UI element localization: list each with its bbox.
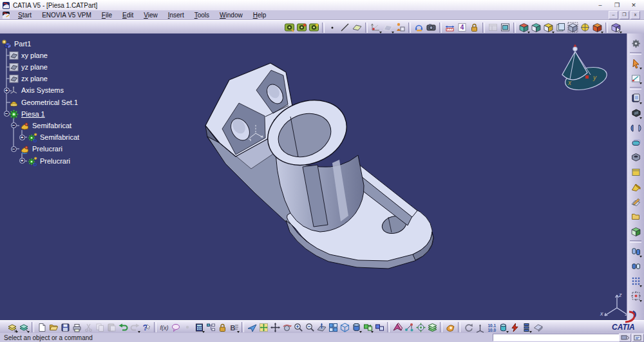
multi-view-button[interactable] bbox=[327, 321, 339, 333]
save-button[interactable] bbox=[59, 321, 71, 333]
normal-view-button[interactable] bbox=[316, 321, 327, 333]
mirror-button[interactable] bbox=[630, 260, 642, 272]
analysis-sphere-button[interactable] bbox=[415, 321, 426, 333]
window-layout-button[interactable] bbox=[487, 21, 499, 33]
tree-item-piesa-1[interactable]: Piesa 1 bbox=[8, 109, 45, 119]
analysis-wedge-button[interactable] bbox=[392, 321, 403, 333]
shaft-button[interactable] bbox=[630, 122, 642, 134]
wedge-button[interactable] bbox=[630, 181, 642, 193]
fly-mode-button[interactable] bbox=[246, 321, 258, 333]
view-mode-material-button[interactable] bbox=[554, 21, 567, 33]
line-button[interactable] bbox=[339, 21, 351, 33]
boolean-box-button[interactable] bbox=[630, 225, 642, 238]
work-on-support-button[interactable] bbox=[382, 21, 394, 33]
zoom-in-button[interactable] bbox=[292, 321, 304, 333]
tree-item-geometrical-set-1[interactable]: Geometrical Set.1 bbox=[8, 97, 78, 108]
view-mode-edges-button[interactable] bbox=[530, 21, 542, 33]
pad-button[interactable] bbox=[630, 92, 642, 104]
plane-button[interactable] bbox=[351, 21, 363, 33]
lock-button[interactable] bbox=[468, 21, 480, 33]
pocket-button[interactable] bbox=[630, 107, 642, 119]
whats-this-button[interactable]: ? bbox=[140, 321, 152, 333]
refresh-button[interactable] bbox=[462, 321, 474, 333]
tree-item-yz-plane[interactable]: yz plane bbox=[8, 62, 48, 72]
tree-expander-plus[interactable]: + bbox=[4, 88, 10, 93]
isometric-view-button[interactable] bbox=[339, 321, 350, 333]
mdi-close-button[interactable]: x bbox=[630, 11, 640, 19]
copy-button[interactable] bbox=[94, 321, 106, 333]
render-style-button[interactable] bbox=[350, 321, 362, 333]
pattern-button[interactable] bbox=[630, 275, 642, 287]
restore-button[interactable]: ❒ bbox=[613, 1, 621, 9]
menu-help[interactable]: Help bbox=[248, 12, 272, 19]
undo-button[interactable] bbox=[117, 321, 129, 333]
menu-insert[interactable]: Insert bbox=[163, 12, 189, 19]
command-input[interactable] bbox=[493, 334, 620, 341]
mdi-minimize-button[interactable]: – bbox=[609, 11, 618, 19]
tree-item-axis-systems[interactable]: Axis Systems bbox=[8, 85, 64, 95]
redo-button[interactable] bbox=[129, 321, 140, 333]
menu-view[interactable]: View bbox=[138, 12, 163, 19]
new-document-button[interactable] bbox=[36, 321, 48, 333]
dropdown-arrow-icon[interactable] bbox=[639, 82, 642, 84]
catalog-hand-button[interactable] bbox=[444, 321, 456, 333]
update-button[interactable] bbox=[630, 37, 642, 50]
menu-tools[interactable]: Tools bbox=[189, 12, 214, 19]
comment-button[interactable] bbox=[170, 321, 182, 333]
tree-item-prelucrari[interactable]: Prelucrari bbox=[19, 144, 62, 154]
annotation-button[interactable]: 4 bbox=[456, 21, 468, 33]
workbench-process-button[interactable] bbox=[296, 21, 308, 33]
select-button[interactable] bbox=[630, 57, 642, 70]
tree-item-prelucrari[interactable]: D✱Prelucrari bbox=[27, 156, 70, 166]
scaling-button[interactable] bbox=[630, 290, 642, 302]
zoom-out-button[interactable] bbox=[304, 321, 316, 333]
tree-item-part1[interactable]: Part1 bbox=[1, 39, 31, 49]
open-button[interactable] bbox=[48, 321, 59, 333]
tree-item-semifabricat[interactable]: Semifabricat bbox=[19, 120, 71, 131]
window-frame-button[interactable] bbox=[499, 21, 511, 33]
knowledge-dot-button[interactable] bbox=[182, 321, 193, 333]
formula-button[interactable]: f(x) bbox=[158, 321, 170, 333]
rotate-button[interactable] bbox=[281, 321, 292, 333]
tree-item-zx-plane[interactable]: zx plane bbox=[8, 73, 48, 84]
pan-button[interactable] bbox=[269, 321, 281, 333]
stack-tool-button[interactable] bbox=[520, 321, 532, 333]
close-button[interactable]: ✕ bbox=[630, 1, 638, 9]
menu-enovia-v5-vpm[interactable]: ENOVIA V5 VPM bbox=[37, 12, 97, 19]
dropdown-arrow-icon[interactable] bbox=[639, 117, 642, 119]
swap-visible-space-button[interactable] bbox=[374, 321, 385, 333]
sketcher-pad-button[interactable] bbox=[630, 72, 642, 84]
viewport-3d[interactable]: Part1xy planeyz planezx planeAxis System… bbox=[0, 33, 627, 320]
menu-window[interactable]: Window bbox=[214, 12, 248, 19]
tree-expander-plus[interactable]: + bbox=[19, 158, 25, 164]
lock-parameter-button[interactable] bbox=[216, 321, 228, 333]
tree-expander-plus[interactable]: + bbox=[19, 135, 25, 140]
tree-item-xy-plane[interactable]: xy plane bbox=[8, 50, 48, 61]
view-mode-shading-button[interactable] bbox=[518, 21, 530, 33]
point-button[interactable] bbox=[327, 21, 339, 33]
body-tool-button[interactable] bbox=[497, 321, 509, 333]
parameter-filter-button[interactable]: B bbox=[228, 321, 240, 333]
sketcher-button[interactable] bbox=[370, 21, 382, 33]
tree-expander-minus[interactable]: − bbox=[4, 111, 10, 117]
cut-button[interactable] bbox=[82, 321, 94, 333]
structure-tree-button[interactable] bbox=[205, 321, 216, 333]
view-compass[interactable]: x y bbox=[553, 40, 611, 94]
view-mode-custom-button[interactable] bbox=[591, 21, 603, 33]
instant-collaboration-button[interactable] bbox=[413, 21, 425, 33]
view-mode-wireframe-button[interactable] bbox=[567, 21, 579, 33]
dropdown-arrow-icon[interactable] bbox=[639, 102, 642, 104]
catalog-library-button[interactable] bbox=[18, 321, 30, 333]
assemble-button[interactable] bbox=[630, 211, 642, 223]
dropdown-arrow-icon[interactable] bbox=[639, 300, 642, 302]
dimension-values-button[interactable]: 10.110.0 bbox=[486, 321, 497, 333]
manikin-button[interactable] bbox=[394, 21, 406, 33]
print-button[interactable] bbox=[71, 321, 82, 333]
fit-all-in-button[interactable] bbox=[258, 321, 269, 333]
transformation-button[interactable] bbox=[630, 245, 642, 258]
slot-button[interactable] bbox=[630, 137, 642, 149]
workbench-resource-button[interactable] bbox=[308, 21, 320, 33]
hole-button[interactable] bbox=[630, 151, 642, 164]
view-cursor-button[interactable] bbox=[610, 21, 622, 33]
dropdown-arrow-icon[interactable] bbox=[639, 285, 642, 287]
